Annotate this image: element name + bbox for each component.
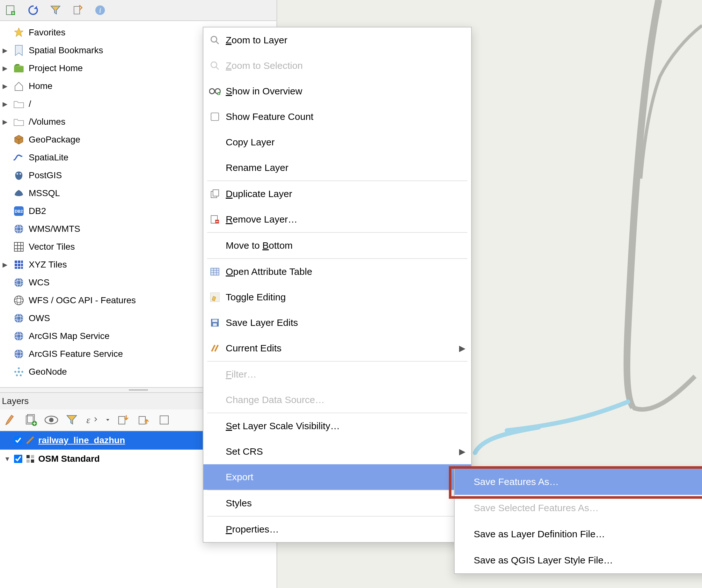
collapse-layer-icon[interactable]	[136, 413, 151, 427]
browser-toolbar: i	[0, 0, 276, 21]
line-layer-icon	[25, 436, 35, 445]
browser-item-label: XYZ Tiles	[29, 259, 67, 270]
menu-item[interactable]: Remove Layer…	[203, 207, 471, 232]
submenu-item[interactable]: Save Features As…	[455, 469, 702, 495]
menu-item[interactable]: Export▶	[203, 464, 471, 490]
svg-point-10	[14, 225, 23, 233]
menu-item[interactable]: Current Edits▶	[203, 336, 471, 361]
browser-item-label: WFS / OGC API - Features	[29, 295, 136, 306]
menu-item[interactable]: Copy Layer	[203, 129, 471, 155]
submenu-arrow-icon: ▶	[459, 447, 465, 457]
home-icon	[13, 81, 24, 92]
add-layer-icon[interactable]	[4, 4, 17, 17]
menu-item[interactable]: Zoom to Layer	[203, 27, 471, 53]
expand-layer-icon[interactable]	[116, 413, 131, 427]
submenu-item[interactable]: Save as QGIS Layer Style File…	[455, 547, 702, 573]
raster-layer-icon	[25, 454, 35, 464]
browser-item-label: Favorites	[29, 27, 66, 38]
menu-item[interactable]: Properties…	[203, 516, 471, 542]
svg-rect-17	[15, 264, 17, 266]
menu-item-label: Duplicate Layer	[226, 189, 465, 199]
browser-item-label: ArcGIS Map Service	[29, 331, 110, 341]
svg-point-39	[14, 371, 16, 373]
expand-arrow-icon[interactable]: ▶	[1, 47, 8, 54]
menu-item-label: Styles	[226, 498, 454, 508]
layer-context-menu[interactable]: Zoom to LayerZoom to SelectionShow in Ov…	[203, 27, 472, 543]
menu-item-label: Remove Layer…	[226, 214, 465, 225]
menu-item[interactable]: Toggle Editing	[203, 284, 471, 310]
menu-item-label: Current Edits	[226, 343, 454, 354]
add-group-icon[interactable]	[24, 413, 38, 427]
remove-icon	[209, 214, 221, 225]
filter-icon[interactable]	[65, 413, 79, 427]
menu-item[interactable]: Duplicate Layer	[203, 181, 471, 207]
svg-rect-70	[212, 320, 217, 322]
expand-arrow-icon[interactable]: ▶	[1, 118, 8, 125]
spatialite-icon	[13, 152, 24, 163]
browser-item-label: Project Home	[29, 63, 83, 73]
expand-arrow-icon[interactable]: ▼	[4, 455, 11, 463]
menu-item[interactable]: Set CRS▶	[203, 439, 471, 464]
menu-item[interactable]: Save Layer Edits	[203, 310, 471, 336]
expression-icon[interactable]: ε	[85, 413, 100, 427]
collapse-icon[interactable]	[72, 4, 84, 17]
menu-item-label: Zoom to Layer	[226, 35, 465, 45]
svg-point-58	[211, 62, 217, 68]
menu-item[interactable]: Show in Overview	[203, 79, 471, 104]
expand-arrow-icon[interactable]: ▶	[1, 65, 8, 72]
info-icon[interactable]: i	[94, 4, 107, 17]
menu-item[interactable]: Show Feature Count	[203, 104, 471, 129]
menu-item[interactable]: Move to Bottom	[203, 233, 471, 258]
svg-rect-19	[21, 264, 23, 266]
menu-item: Change Data Source…	[203, 387, 471, 413]
globe-outline-icon	[13, 295, 24, 306]
svg-point-23	[14, 278, 23, 287]
submenu-item-label: Save Selected Features As…	[474, 502, 599, 513]
svg-rect-53	[26, 455, 30, 458]
browser-item-label: MSSQL	[29, 188, 60, 198]
svg-rect-22	[21, 267, 23, 269]
menu-item[interactable]: Rename Layer	[203, 155, 471, 181]
menu-item[interactable]: Set Layer Scale Visibility…	[203, 413, 471, 439]
blank-icon	[209, 162, 221, 173]
svg-rect-54	[31, 455, 34, 458]
layer-visibility-checkbox[interactable]	[14, 436, 22, 445]
browser-item-label: GeoPackage	[29, 135, 80, 145]
submenu-arrow-icon: ▶	[459, 343, 465, 353]
visibility-icon[interactable]	[44, 413, 58, 427]
db2-icon: DB2	[13, 206, 24, 217]
svg-rect-67	[211, 268, 219, 275]
xyz-grid-icon	[13, 259, 24, 270]
layer-visibility-checkbox[interactable]	[14, 455, 22, 463]
style-brush-icon[interactable]	[3, 413, 18, 427]
edits-icon	[209, 342, 221, 354]
svg-point-43	[18, 371, 20, 373]
dropdown-icon[interactable]	[105, 413, 110, 427]
zoom-layer-icon	[209, 34, 221, 46]
browser-item-label: DB2	[29, 206, 46, 216]
table-icon	[209, 266, 221, 277]
svg-point-7	[19, 173, 21, 175]
submenu-item-label: Save Features As…	[474, 476, 559, 487]
svg-rect-5	[14, 66, 24, 73]
expand-arrow-icon[interactable]: ▶	[1, 261, 8, 268]
blank-icon	[209, 420, 221, 432]
blank-icon	[209, 523, 221, 535]
menu-item[interactable]: Styles▶	[203, 490, 471, 516]
folder-icon	[13, 116, 24, 127]
expand-arrow-icon[interactable]: ▶	[1, 83, 8, 90]
submenu-item[interactable]: Save as Layer Definition File…	[455, 521, 702, 547]
menu-item-label: Rename Layer	[226, 162, 465, 173]
browser-item-label: Spatial Bookmarks	[29, 45, 103, 55]
svg-point-27	[14, 299, 23, 302]
geopackage-icon	[13, 134, 24, 145]
filter-icon[interactable]	[49, 4, 62, 17]
expand-arrow-icon[interactable]: ▶	[1, 100, 8, 107]
blank-icon	[209, 497, 221, 509]
menu-item-label: Open Attribute Table	[226, 266, 465, 277]
menu-item[interactable]: Open Attribute Table	[203, 259, 471, 284]
refresh-icon[interactable]	[27, 4, 39, 17]
remove-layer-icon[interactable]	[157, 413, 171, 427]
globe-icon	[13, 277, 24, 288]
export-submenu[interactable]: Save Features As…Save Selected Features …	[454, 468, 702, 574]
